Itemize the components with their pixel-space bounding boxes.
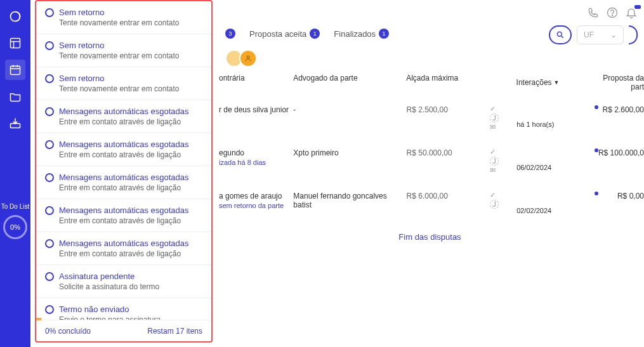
todo-item[interactable]: Sem retornoTente novamente entrar em con…: [36, 1, 211, 34]
assignee-avatars: [225, 49, 257, 67]
lawyer-name: Manuel fernando goncalves batist: [293, 192, 406, 209]
help-icon[interactable]: [606, 6, 619, 19]
todo-progress-bar: [36, 318, 41, 320]
progress-indicator[interactable]: 0%: [3, 215, 27, 239]
radio-icon[interactable]: [45, 107, 54, 116]
radio-icon[interactable]: [45, 239, 54, 248]
todo-item[interactable]: Mensagens automáticas esgotadasEntre em …: [36, 199, 211, 232]
row-subtext: sem retorno da parte: [219, 202, 293, 209]
todo-item[interactable]: Mensagens automáticas esgotadasEntre em …: [36, 232, 211, 265]
svg-point-13: [247, 56, 249, 58]
status-icons: ✓J✉: [490, 148, 516, 174]
disputes-table: ontrária Advogado da parte Alçada máxima…: [216, 69, 644, 251]
dashboard-icon[interactable]: [5, 33, 25, 53]
filter-bar: UF⌄: [549, 25, 638, 44]
proposal-amount: R$ 2.600,00: [591, 105, 644, 114]
todo-title: Mensagens automáticas esgotadas: [59, 140, 189, 149]
th-proposta[interactable]: Proposta da part: [591, 74, 644, 91]
max-amount: R$ 2.500,00: [407, 105, 490, 114]
todo-item[interactable]: Sem retornoTente novamente entrar em con…: [36, 34, 211, 67]
proposal-amount: R$ 100.000,0: [591, 148, 644, 157]
check-icon: ✓: [490, 148, 516, 155]
svg-point-10: [612, 15, 612, 16]
tab-label: Proposta aceita: [249, 29, 306, 39]
uf-dropdown[interactable]: UF⌄: [577, 25, 624, 44]
todo-item[interactable]: Sem retornoTente novamente entrar em con…: [36, 67, 211, 100]
todo-title: Mensagens automáticas esgotadas: [59, 206, 189, 215]
search-button[interactable]: [549, 25, 572, 44]
todo-item[interactable]: Mensagens automáticas esgotadasEntre em …: [36, 166, 211, 199]
topbar: [587, 6, 638, 19]
max-amount: R$ 50.000,00: [407, 148, 490, 157]
j-icon: J: [490, 200, 499, 209]
todo-item[interactable]: Assinatura pendenteSolicite a assinatura…: [36, 265, 211, 298]
todo-title: Termo não enviado: [59, 304, 129, 314]
end-of-list-label: Fim das disputas: [216, 223, 644, 251]
import-icon[interactable]: [5, 113, 25, 133]
table-row[interactable]: egundoizada há 8 dias Xpto primeiro R$ 5…: [216, 140, 644, 183]
th-interacoes[interactable]: Interações▼: [516, 74, 591, 91]
radio-icon[interactable]: [45, 173, 54, 182]
svg-rect-1: [11, 39, 20, 48]
todo-title: Mensagens automáticas esgotadas: [59, 239, 189, 248]
todo-desc: Tente novamente entrar em contato: [59, 18, 202, 27]
table-row[interactable]: r de deus silva junior - R$ 2.500,00 ✓J✉…: [216, 96, 644, 140]
radio-icon[interactable]: [45, 74, 54, 83]
th-contraria[interactable]: ontrária: [216, 74, 293, 91]
j-icon: J: [490, 157, 499, 166]
folder-icon[interactable]: [5, 86, 25, 107]
counterparty-name: a gomes de araujo: [219, 192, 293, 200]
todo-item[interactable]: Mensagens automáticas esgotadasEntre em …: [36, 133, 211, 166]
todo-desc: Entre em contato através de ligação: [59, 249, 202, 258]
avatar[interactable]: [239, 49, 257, 67]
proposal-amount: R$ 0,00: [591, 192, 644, 200]
tab-badge: 1: [379, 29, 389, 39]
counterparty-name: r de deus silva junior: [219, 105, 293, 114]
tab-label: Finalizados: [334, 29, 376, 39]
radio-icon[interactable]: [45, 206, 54, 215]
lawyer-name: Xpto primeiro: [293, 148, 406, 157]
th-alcada[interactable]: Alçada máxima: [406, 74, 489, 91]
todo-desc: Envie o termo para assinatura: [59, 315, 202, 320]
todo-title: Sem retorno: [59, 74, 105, 83]
status-icons: ✓J: [490, 192, 516, 209]
mail-icon: ✉: [490, 124, 516, 131]
todo-title: Mensagens automáticas esgotadas: [59, 107, 189, 116]
extra-filter-button[interactable]: [629, 25, 638, 44]
th-advogado[interactable]: Advogado da parte: [293, 74, 406, 91]
todo-remaining-text: Restam 17 itens: [147, 327, 202, 336]
radio-icon[interactable]: [45, 8, 54, 17]
lawyer-name: -: [293, 105, 406, 114]
counterparty-name: egundo: [219, 148, 293, 157]
svg-line-12: [562, 36, 563, 38]
radio-icon[interactable]: [45, 41, 54, 50]
todo-title: Sem retorno: [59, 8, 105, 17]
j-icon: J: [490, 114, 499, 122]
todo-desc: Solicite a assinatura do termo: [59, 282, 202, 291]
todo-title: Assinatura pendente: [59, 272, 135, 281]
interaction-date: 06/02/2024: [516, 164, 551, 171]
phone-icon[interactable]: [587, 6, 600, 19]
todo-item[interactable]: Termo não enviadoEnvie o termo para assi…: [36, 298, 211, 320]
uf-placeholder: UF: [584, 30, 594, 39]
interaction-date: 02/02/2024: [516, 207, 551, 214]
radio-icon[interactable]: [45, 140, 54, 149]
tab-proposta-aceita[interactable]: Proposta aceita1: [249, 29, 320, 39]
check-icon: ✓: [490, 192, 516, 199]
todo-desc: Entre em contato através de ligação: [59, 117, 202, 126]
tab-finalizados[interactable]: Finalizados1: [334, 29, 389, 39]
todo-panel: Sem retornoTente novamente entrar em con…: [35, 0, 213, 343]
logo-icon[interactable]: [5, 6, 25, 27]
bell-icon[interactable]: [625, 6, 638, 19]
todo-progress-text: 0% concluído: [45, 327, 91, 336]
calendar-icon[interactable]: [5, 60, 25, 80]
max-amount: R$ 6.000,00: [407, 192, 490, 200]
radio-icon[interactable]: [45, 272, 54, 281]
table-row[interactable]: a gomes de araujosem retorno da parte Ma…: [216, 183, 644, 223]
radio-icon[interactable]: [45, 305, 54, 314]
todo-item[interactable]: Mensagens automáticas esgotadasEntre em …: [36, 100, 211, 133]
todo-desc: Tente novamente entrar em contato: [59, 51, 202, 60]
status-tabs: 3 Proposta aceita1 Finalizados1: [225, 29, 389, 39]
todo-footer: 0% concluído Restam 17 itens: [36, 320, 211, 341]
todo-title: Sem retorno: [59, 41, 105, 50]
